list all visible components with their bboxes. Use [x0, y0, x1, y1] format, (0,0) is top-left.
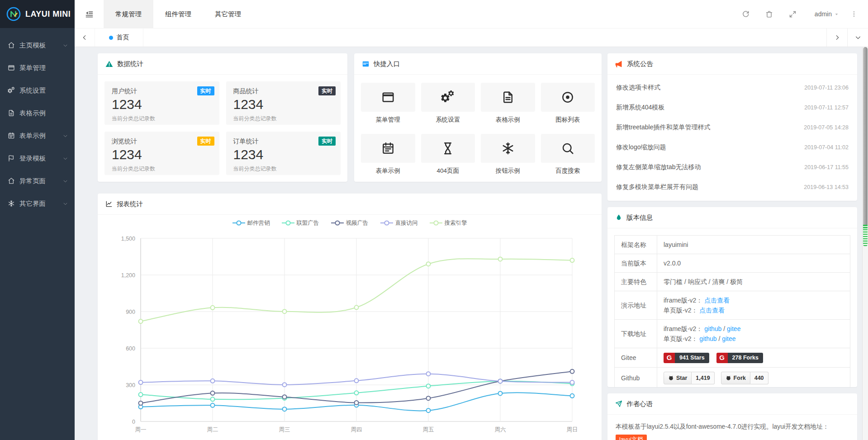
gitee-badge[interactable]: G941 Stars	[664, 353, 709, 363]
sidebar-menu: 主页模板菜单管理系统设置表格示例表单示例登录模板异常页面其它界面	[0, 28, 75, 215]
scrollbar-thumb[interactable]	[863, 47, 868, 246]
stat-value: 1234	[233, 147, 334, 163]
shortcut-label: 图标列表	[541, 116, 595, 124]
shortcut-window[interactable]: 菜单管理	[361, 83, 415, 124]
megaphone-icon	[615, 60, 623, 68]
shortcut-dot-circle[interactable]: 图标列表	[541, 83, 595, 124]
refresh-button[interactable]	[734, 10, 758, 18]
announcement-date: 2019-07-11 23:06	[804, 85, 849, 91]
shortcut-hourglass[interactable]: 404页面	[421, 134, 475, 175]
droplet-icon	[615, 214, 622, 221]
version-link[interactable]: 点击查看	[699, 307, 725, 314]
panel-title: 作者心语	[626, 400, 653, 408]
announcement-row[interactable]: 新增treetable插件和菜单管理样式2019-07-05 14:28	[607, 118, 857, 137]
legend-item[interactable]: 邮件营销	[232, 219, 270, 227]
sidebar-item-5[interactable]: 登录模板	[0, 147, 75, 170]
more-menu-button[interactable]	[846, 10, 862, 18]
svg-text:周日: 周日	[567, 426, 578, 433]
shortcut-grid: 菜单管理系统设置表格示例图标列表表单示例404页面按钮示例百度搜索	[354, 75, 602, 182]
chevron-left-icon	[81, 34, 88, 41]
announcement-row[interactable]: 修改logo缩放问题2019-07-04 11:02	[607, 137, 857, 157]
sidebar-item-label: 系统设置	[19, 86, 46, 95]
announcement-date: 2019-07-11 12:57	[804, 104, 849, 111]
sidebar-item-2[interactable]: 系统设置	[0, 79, 75, 102]
version-row: 演示地址iframe版-v2： 点击查看单页版-v2： 点击查看	[615, 291, 850, 320]
shortcut-file[interactable]: 表格示例	[481, 83, 535, 124]
legend-item[interactable]: 搜索引擎	[430, 219, 467, 227]
announcement-date: 2019-07-05 14:28	[804, 124, 849, 131]
sidebar-item-0[interactable]: 主页模板	[0, 34, 75, 57]
scrollbar-track[interactable]	[862, 47, 868, 440]
panel-title: 快捷入口	[374, 60, 400, 68]
version-link[interactable]: github	[704, 325, 721, 332]
sidebar-toggle-button[interactable]	[75, 0, 104, 28]
stat-value: 1234	[112, 97, 212, 113]
tab-home[interactable]: 首页	[95, 28, 143, 47]
home-icon	[8, 42, 15, 49]
chart-line-icon	[105, 200, 113, 208]
sidebar-item-label: 表单示例	[19, 132, 46, 140]
search-icon	[561, 142, 574, 155]
sidebar-item-1[interactable]: 菜单管理	[0, 57, 75, 79]
stat-desc: 当前分类总记录数	[112, 165, 212, 173]
header-nav-0[interactable]: 常规管理	[104, 0, 153, 28]
panel-title: 报表统计	[117, 200, 143, 208]
shortcut-gears[interactable]: 系统设置	[421, 83, 475, 124]
version-link[interactable]: gitee	[722, 335, 735, 342]
clear-cache-button[interactable]	[758, 10, 781, 18]
version-row: GiteeG941 StarsG278 Forks	[615, 348, 850, 368]
tabs-scroll-right-button[interactable]	[826, 28, 847, 47]
legend-item[interactable]: 直接访问	[380, 219, 418, 227]
sidebar-item-3[interactable]: 表格示例	[0, 102, 75, 124]
snowflake-icon	[501, 142, 515, 155]
chevron-down-icon	[63, 179, 68, 184]
version-link[interactable]: gitee	[727, 325, 740, 332]
gitee-badge[interactable]: G278 Forks	[716, 353, 763, 363]
fullscreen-button[interactable]	[781, 10, 805, 18]
realtime-badge: 实时	[197, 86, 214, 95]
user-menu[interactable]: admin	[815, 10, 839, 18]
svg-text:0: 0	[132, 419, 135, 425]
github-badge[interactable]: Fork440	[721, 372, 768, 384]
header-nav-2[interactable]: 其它管理	[203, 0, 253, 28]
sidebar-item-7[interactable]: 其它界面	[0, 192, 75, 215]
github-badge[interactable]: Star1,419	[664, 372, 715, 384]
layui-logo-icon	[6, 6, 21, 22]
gears-icon	[8, 87, 15, 94]
announcement-row[interactable]: 修复多模块菜单栏展开有问题2019-06-13 14:53	[607, 177, 857, 197]
legend-item[interactable]: 联盟广告	[282, 219, 319, 227]
announcement-row[interactable]: 新增系统404模板2019-07-11 12:57	[607, 98, 857, 118]
version-link[interactable]: github	[699, 335, 716, 342]
legend-marker-icon	[232, 220, 245, 226]
svg-text:900: 900	[126, 309, 135, 315]
layui-doc-badge[interactable]: layui文档	[616, 435, 647, 440]
sidebar-item-4[interactable]: 表单示例	[0, 124, 75, 147]
legend-marker-icon	[282, 220, 294, 226]
announcement-row[interactable]: 修复左侧菜单缩放tab无法移动2019-06-17 11:55	[607, 157, 857, 177]
calendar-icon	[8, 132, 15, 139]
sidebar-item-6[interactable]: 异常页面	[0, 170, 75, 192]
announcement-row[interactable]: 修改选项卡样式2019-07-11 23:06	[607, 78, 857, 98]
version-row: 主要特色零门槛 / 响应式 / 清爽 / 极简	[615, 273, 850, 291]
app-logo[interactable]: LAYUI MINI	[0, 0, 75, 28]
file-icon	[501, 90, 515, 104]
header-nav: 常规管理组件管理其它管理	[104, 0, 253, 28]
panel-header: 报表统计	[98, 194, 602, 215]
legend-marker-icon	[380, 220, 393, 226]
version-link[interactable]: 点击查看	[704, 297, 730, 304]
panel-header: 作者心语	[607, 393, 857, 415]
header-nav-1[interactable]: 组件管理	[153, 0, 203, 28]
caret-down-icon	[834, 12, 839, 17]
announcement-text: 修改logo缩放问题	[616, 143, 666, 151]
shortcut-search[interactable]: 百度搜索	[541, 134, 595, 175]
panel-header: 数据统计	[98, 53, 347, 75]
sidebar-item-label: 菜单管理	[19, 64, 46, 72]
legend-item[interactable]: 视频广告	[331, 219, 369, 227]
tabs-dropdown-button[interactable]	[847, 28, 868, 47]
realtime-badge: 实时	[197, 137, 214, 146]
shortcut-calendar[interactable]: 表单示例	[361, 134, 415, 175]
header-actions: admin	[734, 0, 868, 28]
tabs-scroll-left-button[interactable]	[75, 28, 95, 47]
shortcut-snowflake[interactable]: 按钮示例	[481, 134, 535, 175]
version-table: 框架名称layuimini当前版本v2.0.0主要特色零门槛 / 响应式 / 清…	[614, 235, 850, 387]
